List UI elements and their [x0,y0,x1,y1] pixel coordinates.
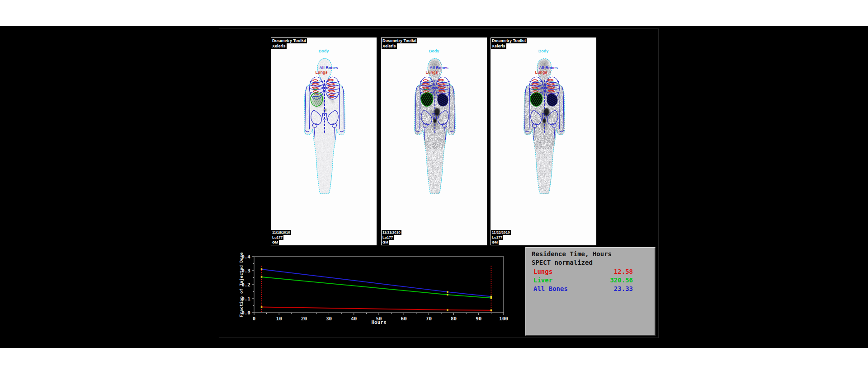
residence-row-bones: All Bones 23.33 [526,285,655,293]
svg-text:90: 90 [476,316,481,322]
isotope-label: Lu177 [271,235,283,240]
toolkit-label: Dosimetry Toolkit [382,38,417,43]
dose-chart[interactable]: 01020304050607080901000.00.10.20.30.4Hou… [237,251,509,340]
svg-text:10: 10 [276,316,282,322]
svg-text:60: 60 [401,316,407,322]
panel-header-chips: Dosimetry Toolkit Xeleris [382,38,417,49]
system-label: Xeleris [491,43,506,49]
residence-time-panel: Residence Time, Hours SPECT normalized L… [525,247,656,336]
panel-footer-chips: 11/21/2010 Lu177 GM [382,230,401,245]
organ-value: 23.33 [614,285,633,293]
operator-label: GM [382,240,389,245]
body-contour-label: Body [381,49,487,53]
screen: Body All Bones Lungs Dosimetry Toolkit X… [0,0,868,375]
svg-text:40: 40 [351,316,357,322]
lungs-contour-label: Lungs [271,70,377,75]
svg-text:20: 20 [301,316,307,322]
svg-text:70: 70 [426,316,432,322]
residence-row-lungs: Lungs 12.58 [526,267,655,276]
svg-text:30: 30 [326,316,332,322]
svg-text:80: 80 [451,316,457,322]
lungs-contour-label: Lungs [491,70,596,75]
organ-label: All Bones [533,285,568,293]
organ-value: 320.56 [610,276,633,285]
panel-header-chips: Dosimetry Toolkit Xeleris [491,38,527,49]
scan-panel-3[interactable]: Body All Bones Lungs Dosimetry Toolkit X… [490,37,597,246]
operator-label: GM [271,240,279,245]
panel-header-chips: Dosimetry Toolkit Xeleris [271,38,307,49]
scan-date-label: 11/18/2010 [271,230,291,235]
organ-value: 12.58 [614,267,633,276]
svg-text:0: 0 [253,316,256,322]
residence-subtitle: SPECT normalized [526,258,655,267]
residence-row-liver: Liver 320.56 [526,276,655,285]
svg-text:Hours: Hours [371,319,386,325]
organ-label: Lungs [533,267,552,276]
panel-footer-chips: 11/18/2010 Lu177 GM [271,230,291,245]
bones-contour-label: All Bones [491,66,596,70]
body-contour-label: Body [491,49,596,53]
system-label: Xeleris [382,43,397,49]
scan-date-label: 11/22/2010 [491,230,511,235]
scan-date-label: 11/21/2010 [382,230,401,235]
workspace: Body All Bones Lungs Dosimetry Toolkit X… [0,26,868,348]
toolkit-label: Dosimetry Toolkit [491,38,527,43]
residence-rows: Lungs 12.58 Liver 320.56 All Bones 23.33 [526,267,655,293]
toolkit-label: Dosimetry Toolkit [271,38,307,43]
system-label: Xeleris [271,43,287,49]
bones-contour-label: All Bones [271,66,377,70]
svg-text:Fraction of Injected Dose: Fraction of Injected Dose [239,252,244,317]
scan-panel-2[interactable]: Body All Bones Lungs Dosimetry Toolkit X… [380,37,488,246]
isotope-label: Lu177 [382,235,394,240]
body-contour-label: Body [271,49,377,53]
panel-footer-chips: 11/22/2010 Lu177 GM [491,230,511,245]
lungs-contour-label: Lungs [381,70,487,75]
svg-text:100: 100 [499,316,508,322]
operator-label: GM [491,240,499,245]
residence-title: Residence Time, Hours [526,250,655,258]
isotope-label: Lu177 [491,235,503,240]
scan-panel-1[interactable]: Body All Bones Lungs Dosimetry Toolkit X… [270,37,377,246]
organ-label: Liver [533,276,552,285]
bones-contour-label: All Bones [381,66,487,70]
